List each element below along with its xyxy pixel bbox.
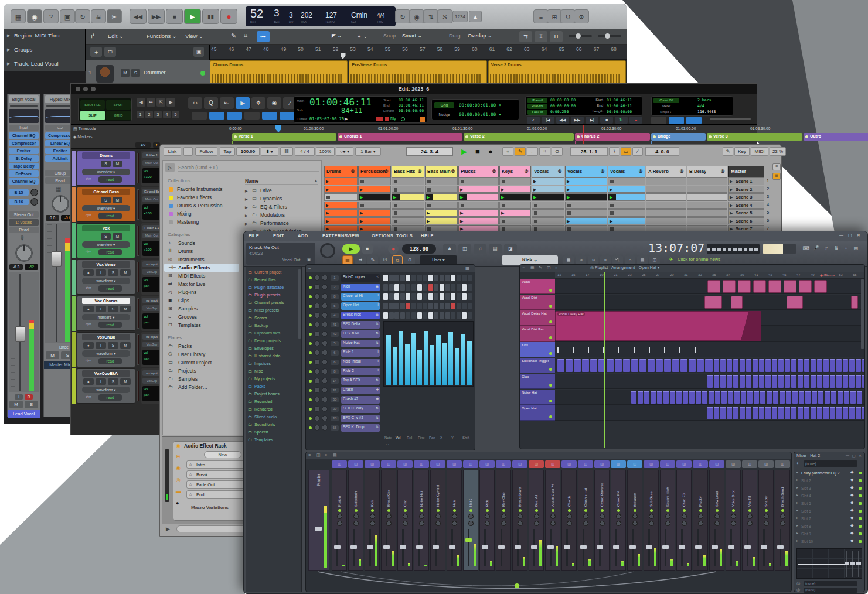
channel-pan-knob[interactable] bbox=[314, 350, 320, 356]
io-input[interactable]: Gtr and Ba bbox=[142, 189, 161, 194]
pattern-clip[interactable] bbox=[648, 359, 655, 372]
mixer-tool-icon[interactable]: ⌗ bbox=[325, 453, 327, 458]
channel-button[interactable]: Ride 1I bbox=[341, 349, 380, 357]
view-selector[interactable]: overview ▾ bbox=[82, 169, 130, 175]
track-name[interactable]: Vox Chorus bbox=[82, 298, 130, 304]
step-cell[interactable] bbox=[462, 312, 467, 319]
output-slot[interactable]: Stereo Out bbox=[9, 211, 39, 218]
mixer-link-chip[interactable]: ◫ bbox=[348, 460, 363, 468]
step-cell[interactable] bbox=[428, 293, 433, 300]
step-cell[interactable] bbox=[434, 293, 438, 300]
category-item[interactable]: Grooves bbox=[178, 314, 197, 320]
channel-led[interactable] bbox=[309, 398, 312, 401]
place-item[interactable]: Packs bbox=[178, 343, 192, 349]
edit-tool-icon[interactable]: ⇿ bbox=[188, 97, 202, 109]
mixer-link-chip[interactable]: ◫ bbox=[644, 460, 659, 468]
preroll-row-label[interactable]: Post-roll bbox=[527, 104, 547, 109]
session-track-header[interactable]: Keys◎ bbox=[499, 166, 531, 177]
graph-bar[interactable] bbox=[424, 331, 428, 385]
mixer-link-chip[interactable]: ◫ bbox=[693, 460, 708, 468]
playlist-tool-icon[interactable]: ▦ bbox=[530, 265, 535, 270]
pattern-clip[interactable] bbox=[836, 359, 842, 372]
mixer-link-chip[interactable]: ◫ bbox=[479, 460, 495, 468]
pattern-clip[interactable] bbox=[772, 359, 777, 372]
clip-slot[interactable]: ▶ bbox=[324, 186, 358, 193]
help-icon[interactable]: ? bbox=[43, 9, 59, 23]
scene-slot[interactable]: ▶Scene 6 bbox=[728, 217, 764, 225]
collection-item[interactable]: Mixing bbox=[177, 211, 192, 217]
strip-knob[interactable] bbox=[353, 514, 359, 519]
strip-pan-knob[interactable] bbox=[632, 521, 638, 526]
pattern-clip[interactable] bbox=[707, 359, 713, 372]
clip-slot[interactable]: ▶ bbox=[458, 209, 499, 217]
clip-slot[interactable] bbox=[458, 177, 499, 185]
graph-target-x[interactable]: X bbox=[440, 436, 442, 439]
folder-item[interactable]: Drive bbox=[260, 187, 272, 193]
step-cell[interactable] bbox=[462, 284, 467, 291]
place-item[interactable]: Current Project bbox=[178, 360, 212, 366]
channel-button[interactable]: SFX Delta⇅ bbox=[341, 321, 380, 329]
slot-knob[interactable]: ◆ bbox=[850, 485, 853, 490]
clip-slot[interactable]: ▶ bbox=[458, 193, 499, 201]
stop-button[interactable]: ■ bbox=[600, 117, 613, 124]
clip-slot[interactable] bbox=[392, 209, 424, 217]
strip-pan-knob[interactable] bbox=[452, 521, 457, 526]
forward-button[interactable]: ▶▶ bbox=[148, 9, 165, 24]
edit-toggle-icon[interactable] bbox=[192, 112, 207, 120]
channel-vol-knob[interactable] bbox=[322, 350, 328, 356]
browser-item[interactable]: Rendered bbox=[254, 407, 273, 411]
send-slot[interactable]: B 15 bbox=[9, 189, 29, 196]
session-track-header[interactable]: Plucks◎ bbox=[458, 166, 499, 177]
pattern-clip[interactable] bbox=[733, 359, 738, 372]
countoff-row-label[interactable]: Tempo ♩ bbox=[653, 110, 679, 115]
channel-pan-knob[interactable] bbox=[314, 303, 320, 309]
track-button-●[interactable]: ● bbox=[83, 378, 94, 385]
marker-segment[interactable]: Outro bbox=[804, 133, 868, 141]
pattern-clip[interactable] bbox=[817, 407, 822, 419]
clip-slot[interactable]: ▶ bbox=[499, 186, 531, 193]
pattern-clip[interactable] bbox=[714, 407, 719, 419]
step-cell[interactable] bbox=[445, 275, 450, 281]
strip-pan-knob[interactable] bbox=[714, 521, 720, 526]
metronome-icon[interactable]: ⛰ bbox=[443, 244, 456, 254]
plugin-slot[interactable]: Fruity parametric EQ 2 bbox=[801, 470, 849, 476]
io-input[interactable]: no input bbox=[142, 261, 161, 267]
strip-led[interactable] bbox=[338, 509, 341, 512]
step-cell[interactable] bbox=[440, 293, 444, 300]
browser-item[interactable]: Packs bbox=[254, 384, 265, 388]
pattern-clip[interactable] bbox=[689, 391, 695, 404]
pattern-clip[interactable] bbox=[862, 359, 865, 372]
window-shortcut-icon[interactable]: ⌗ bbox=[600, 255, 611, 265]
slot-led[interactable] bbox=[859, 532, 862, 535]
send-icon[interactable]: ◎ bbox=[796, 581, 800, 586]
link-status[interactable] bbox=[183, 147, 193, 156]
plugin-slot[interactable]: Slot 7 bbox=[801, 516, 849, 522]
slot-knob[interactable]: ◆ bbox=[850, 470, 853, 474]
step-cell[interactable] bbox=[394, 284, 399, 291]
track-name[interactable]: Vox bbox=[82, 225, 130, 231]
clip-slot[interactable]: ▶ bbox=[425, 217, 458, 225]
step-cell[interactable] bbox=[394, 275, 399, 281]
channel-led[interactable] bbox=[309, 408, 312, 411]
mixer-link-chip[interactable]: ◫ bbox=[611, 460, 626, 468]
send-icon[interactable]: ◎ bbox=[796, 588, 800, 592]
channel-pan-knob[interactable] bbox=[314, 293, 320, 299]
strip-knob[interactable] bbox=[419, 514, 424, 519]
plugin-slot[interactable]: Channel EQ bbox=[9, 132, 39, 139]
eraser-icon[interactable]: ⌗ bbox=[244, 32, 247, 40]
clip-slot[interactable]: ▶ bbox=[532, 177, 564, 185]
channel-pan-knob[interactable] bbox=[314, 331, 320, 337]
view-selector[interactable]: waveform ▾ bbox=[82, 350, 130, 357]
pattern-clip[interactable] bbox=[823, 359, 829, 372]
menu-edit[interactable]: Edit ⌄ bbox=[108, 33, 124, 39]
record-button[interactable]: ● bbox=[220, 9, 237, 24]
pattern-clip[interactable] bbox=[672, 359, 679, 372]
pattern-clip[interactable] bbox=[811, 407, 816, 419]
mixer-tool-icon[interactable]: ◫ bbox=[316, 453, 321, 458]
step-cell[interactable] bbox=[462, 303, 467, 309]
mixer-link-chip[interactable]: ◫ bbox=[430, 460, 445, 468]
edit-toggle-icon[interactable] bbox=[244, 112, 260, 120]
step-cell[interactable] bbox=[434, 284, 438, 291]
mixer-strip[interactable]: Noise Cymbal bbox=[430, 470, 445, 571]
strip-knob[interactable] bbox=[600, 514, 605, 519]
